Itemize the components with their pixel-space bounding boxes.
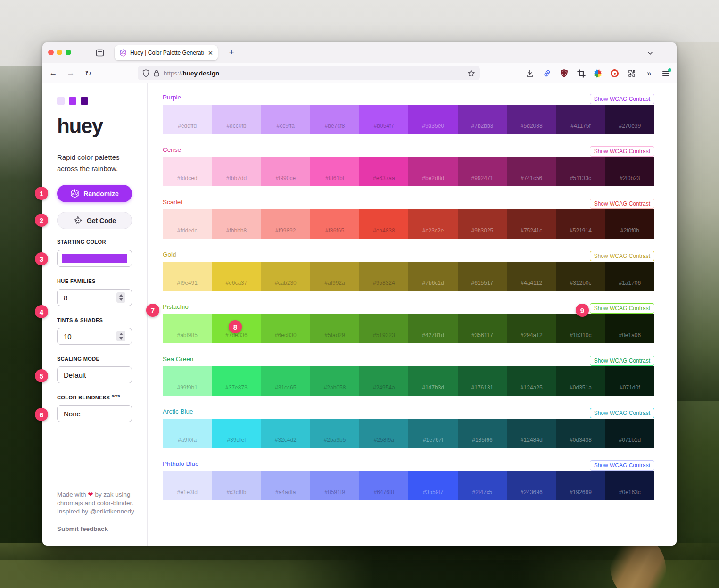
color-swatch[interactable]: #356117 xyxy=(458,314,507,343)
show-wcag-contrast-button[interactable]: Show WCAG Contrast xyxy=(590,146,654,157)
color-swatch[interactable]: #958324 xyxy=(359,262,408,291)
back-button[interactable]: ← xyxy=(47,67,59,79)
hue-families-input[interactable]: 8 xyxy=(57,289,132,306)
tints-shades-stepper[interactable] xyxy=(116,331,125,341)
color-swatch[interactable]: #a9f0fa xyxy=(163,419,212,448)
color-blindness-select[interactable]: None xyxy=(57,405,132,422)
window-close-button[interactable] xyxy=(48,50,54,55)
color-swatch[interactable]: #3b59f7 xyxy=(408,471,457,500)
color-swatch[interactable]: #f990ce xyxy=(261,157,310,186)
color-swatch[interactable]: #be7cf8 xyxy=(310,105,359,134)
color-swatch[interactable]: #1d7b3d xyxy=(408,366,457,396)
color-swatch[interactable]: #1a1706 xyxy=(605,262,654,291)
randomize-button[interactable]: Randomize xyxy=(57,185,132,202)
color-swatch[interactable]: #0d351a xyxy=(556,366,605,396)
color-swatch[interactable]: #071b1d xyxy=(605,419,654,448)
color-swatch[interactable]: #51133c xyxy=(556,157,605,186)
color-swatch[interactable]: #741c56 xyxy=(507,157,556,186)
color-swatch[interactable]: #992471 xyxy=(458,157,507,186)
color-swatch[interactable]: #270e39 xyxy=(605,105,654,134)
show-wcag-contrast-button[interactable]: Show WCAG Contrast xyxy=(590,199,654,209)
color-swatch[interactable]: #6476f8 xyxy=(359,471,408,500)
bookmark-star-icon[interactable] xyxy=(467,69,475,77)
color-swatch[interactable]: #0d3438 xyxy=(556,419,605,448)
show-wcag-contrast-button[interactable]: Show WCAG Contrast xyxy=(590,408,654,418)
color-swatch[interactable]: #37e873 xyxy=(212,366,261,396)
get-code-button[interactable]: Get Code xyxy=(57,212,132,229)
address-bar[interactable]: https://huey.design xyxy=(138,66,480,80)
new-tab-button[interactable]: + xyxy=(225,47,238,59)
crop-extension-icon[interactable] xyxy=(575,67,587,79)
color-swatch[interactable]: #2ba9b5 xyxy=(310,419,359,448)
color-swatch[interactable]: #fddced xyxy=(163,157,212,186)
tints-shades-input[interactable]: 10 xyxy=(57,328,132,345)
window-zoom-button[interactable] xyxy=(66,50,71,55)
tracking-protection-shield-icon[interactable] xyxy=(142,69,149,77)
starting-color-input[interactable] xyxy=(57,250,132,267)
show-wcag-contrast-button[interactable]: Show WCAG Contrast xyxy=(590,251,654,261)
color-swatch[interactable]: #99f9b1 xyxy=(163,366,212,396)
color-swatch[interactable]: #abf985 xyxy=(163,314,212,343)
color-swatch[interactable]: #42781d xyxy=(408,314,457,343)
color-swatch[interactable]: #1b310c xyxy=(556,314,605,343)
color-swatch[interactable]: #41175f xyxy=(556,105,605,134)
color-swatch[interactable]: #2f0b23 xyxy=(605,157,654,186)
color-swatch[interactable]: #fbbbb8 xyxy=(212,209,261,239)
color-swatch[interactable]: #af992a xyxy=(310,262,359,291)
color-swatch[interactable]: #1e767f xyxy=(408,419,457,448)
color-swatch[interactable]: #071d0f xyxy=(605,366,654,396)
color-swatch[interactable]: #a4adfa xyxy=(261,471,310,500)
toolbar-overflow-chevron-icon[interactable]: » xyxy=(643,67,654,79)
red-circle-extension-icon[interactable] xyxy=(609,67,620,79)
color-swatch[interactable]: #8591f9 xyxy=(310,471,359,500)
color-swatch[interactable]: #75241c xyxy=(507,209,556,239)
download-icon[interactable] xyxy=(524,67,536,79)
color-swatch[interactable]: #7b2bb3 xyxy=(458,105,507,134)
color-swatch[interactable]: #b054f7 xyxy=(359,105,408,134)
show-wcag-contrast-button[interactable]: Show WCAG Contrast xyxy=(590,460,654,471)
color-swatch[interactable]: #9b3025 xyxy=(458,209,507,239)
tab-close-icon[interactable]: ✕ xyxy=(207,50,214,57)
color-swatch[interactable]: #4a4112 xyxy=(507,262,556,291)
color-swatch[interactable]: #e1e3fd xyxy=(163,471,212,500)
show-wcag-contrast-button[interactable]: Show WCAG Contrast xyxy=(590,94,654,104)
firefox-view-icon[interactable] xyxy=(95,48,105,58)
color-swatch[interactable]: #243696 xyxy=(507,471,556,500)
extensions-puzzle-icon[interactable] xyxy=(626,67,638,79)
color-swatch[interactable]: #258f9a xyxy=(359,419,408,448)
app-menu-hamburger-icon[interactable] xyxy=(660,67,672,79)
color-swatch[interactable]: #615517 xyxy=(458,262,507,291)
color-swatch[interactable]: #5d2088 xyxy=(507,105,556,134)
color-swatch[interactable]: #185f66 xyxy=(458,419,507,448)
colorzilla-wheel-icon[interactable] xyxy=(592,67,603,79)
color-swatch[interactable]: #dcc0fb xyxy=(212,105,261,134)
color-swatch[interactable]: #7b6c1d xyxy=(408,262,457,291)
active-tab[interactable]: Huey | Color Palette Generator ✕ xyxy=(115,45,218,60)
list-all-tabs-chevron-icon[interactable] xyxy=(644,47,656,59)
color-swatch[interactable]: #cab230 xyxy=(261,262,310,291)
color-swatch[interactable]: #9a35e0 xyxy=(408,105,457,134)
ublock-shield-icon[interactable] xyxy=(558,67,570,79)
color-swatch[interactable]: #cc9ffa xyxy=(261,105,310,134)
color-swatch[interactable]: #294a12 xyxy=(507,314,556,343)
color-swatch[interactable]: #0e1a06 xyxy=(605,314,654,343)
color-swatch[interactable]: #2ab058 xyxy=(310,366,359,396)
color-swatch[interactable]: #2f47c5 xyxy=(458,471,507,500)
color-swatch[interactable]: #e637aa xyxy=(359,157,408,186)
window-minimize-button[interactable] xyxy=(57,50,62,55)
color-swatch[interactable]: #f861bf xyxy=(310,157,359,186)
color-swatch[interactable]: #312b0c xyxy=(556,262,605,291)
color-swatch[interactable]: #521914 xyxy=(556,209,605,239)
reload-button[interactable]: ↻ xyxy=(82,67,94,79)
color-swatch[interactable]: #39dfef xyxy=(212,419,261,448)
color-swatch[interactable]: #c3c8fb xyxy=(212,471,261,500)
color-swatch[interactable]: #124a25 xyxy=(507,366,556,396)
color-swatch[interactable]: #12484d xyxy=(507,419,556,448)
link-extension-icon[interactable] xyxy=(541,67,553,79)
color-swatch[interactable]: #519323 xyxy=(359,314,408,343)
hue-families-stepper[interactable] xyxy=(116,292,125,303)
color-swatch[interactable]: #c23c2e xyxy=(408,209,457,239)
color-swatch[interactable]: #fbb7dd xyxy=(212,157,261,186)
color-swatch[interactable]: #e6ca37 xyxy=(212,262,261,291)
scaling-mode-select[interactable]: Default xyxy=(57,366,132,383)
